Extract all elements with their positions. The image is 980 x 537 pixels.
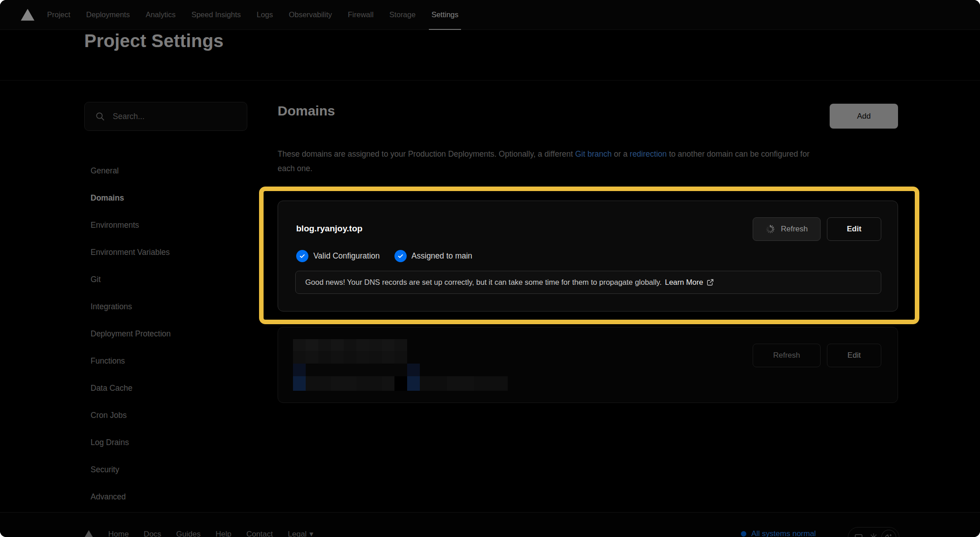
search-placeholder: Search... bbox=[113, 112, 144, 121]
domain-name: blog.ryanjoy.top bbox=[296, 224, 362, 234]
status-text: All systems normal bbox=[751, 529, 816, 537]
valid-configuration-status: Valid Configuration bbox=[296, 250, 380, 262]
status-label: Valid Configuration bbox=[313, 251, 380, 261]
search-icon bbox=[95, 111, 106, 122]
footer-link-contact[interactable]: Contact bbox=[246, 530, 273, 537]
edit-button[interactable]: Edit bbox=[827, 344, 881, 367]
refresh-button-label: Refresh bbox=[781, 225, 808, 234]
footer-links: Home Docs Guides Help Contact Legal▾ bbox=[84, 529, 313, 537]
footer-link-home[interactable]: Home bbox=[108, 530, 129, 537]
sidebar-item-functions[interactable]: Functions bbox=[91, 355, 171, 367]
domains-description: These domains are assigned to your Produ… bbox=[278, 147, 810, 176]
sidebar-item-environments[interactable]: Environments bbox=[91, 219, 171, 231]
check-icon bbox=[394, 250, 407, 262]
theme-dark-button[interactable] bbox=[881, 530, 896, 537]
redirection-link[interactable]: redirection bbox=[630, 149, 667, 158]
legal-label: Legal bbox=[288, 530, 307, 537]
search-input[interactable]: Search... bbox=[84, 102, 247, 131]
sidebar-item-git[interactable]: Git bbox=[91, 273, 171, 286]
sidebar-item-environment-variables[interactable]: Environment Variables bbox=[91, 246, 171, 259]
settings-sidebar: General Domains Environments Environment… bbox=[91, 164, 171, 518]
check-icon bbox=[296, 250, 308, 262]
footer-link-legal[interactable]: Legal▾ bbox=[288, 529, 313, 537]
sidebar-item-security[interactable]: Security bbox=[91, 463, 171, 476]
learn-more-label: Learn More bbox=[665, 278, 703, 287]
page-footer: Home Docs Guides Help Contact Legal▾ All… bbox=[0, 512, 980, 537]
sidebar-item-deployment-protection[interactable]: Deployment Protection bbox=[91, 327, 171, 340]
theme-system-button[interactable] bbox=[851, 530, 866, 537]
refresh-button[interactable]: Refresh bbox=[753, 344, 821, 367]
description-text: These domains are assigned to your Produ… bbox=[278, 149, 575, 158]
edit-button[interactable]: Edit bbox=[827, 217, 881, 241]
section-title-domains: Domains bbox=[278, 103, 335, 119]
sidebar-item-cron-jobs[interactable]: Cron Jobs bbox=[91, 409, 171, 422]
redacted-domain-card: Refresh Edit bbox=[278, 327, 898, 403]
top-navigation: Project Deployments Analytics Speed Insi… bbox=[0, 0, 980, 30]
status-dot-icon bbox=[741, 531, 746, 537]
sun-icon bbox=[869, 533, 878, 537]
moon-icon bbox=[884, 533, 893, 537]
domain-card-actions: Refresh Edit bbox=[753, 217, 881, 241]
redacted-card-actions: Refresh Edit bbox=[753, 344, 881, 367]
chevron-down-icon: ▾ bbox=[309, 529, 313, 537]
sidebar-item-general[interactable]: General bbox=[91, 164, 171, 177]
sidebar-item-log-drains[interactable]: Log Drains bbox=[91, 436, 171, 449]
description-text: or a bbox=[612, 149, 630, 158]
sidebar-item-integrations[interactable]: Integrations bbox=[91, 300, 171, 313]
tab-analytics[interactable]: Analytics bbox=[146, 0, 176, 30]
redacted-domain-content bbox=[293, 339, 508, 391]
external-link-icon bbox=[706, 278, 714, 286]
sidebar-item-advanced[interactable]: Advanced bbox=[91, 490, 171, 503]
assigned-to-main-status: Assigned to main bbox=[394, 250, 472, 262]
domain-card: blog.ryanjoy.top bbox=[278, 201, 898, 312]
vercel-logo-icon[interactable] bbox=[84, 530, 93, 537]
tab-project[interactable]: Project bbox=[47, 0, 70, 30]
tab-logs[interactable]: Logs bbox=[257, 0, 273, 30]
page-header: Project Settings bbox=[0, 30, 980, 81]
tab-speed-insights[interactable]: Speed Insights bbox=[192, 0, 241, 30]
refresh-button[interactable]: Refresh bbox=[753, 217, 821, 241]
spinner-icon bbox=[765, 224, 775, 234]
git-branch-link[interactable]: Git branch bbox=[575, 149, 612, 158]
status-label: Assigned to main bbox=[412, 251, 472, 261]
app-window: Project Deployments Analytics Speed Insi… bbox=[0, 0, 980, 537]
tab-storage[interactable]: Storage bbox=[389, 0, 416, 30]
system-status[interactable]: All systems normal bbox=[741, 529, 816, 537]
page-title: Project Settings bbox=[84, 31, 224, 51]
footer-link-guides[interactable]: Guides bbox=[176, 530, 201, 537]
sidebar-item-data-cache[interactable]: Data Cache bbox=[91, 382, 171, 394]
vercel-logo-icon[interactable] bbox=[21, 9, 34, 21]
domain-status-row: Valid Configuration Assigned to main bbox=[296, 250, 472, 262]
tab-observability[interactable]: Observability bbox=[289, 0, 332, 30]
tab-deployments[interactable]: Deployments bbox=[86, 0, 130, 30]
footer-link-help[interactable]: Help bbox=[216, 530, 231, 537]
tab-settings[interactable]: Settings bbox=[432, 0, 459, 30]
learn-more-link[interactable]: Learn More bbox=[665, 278, 714, 287]
monitor-icon bbox=[854, 533, 863, 537]
theme-switcher bbox=[848, 527, 899, 537]
add-domain-button[interactable]: Add bbox=[830, 104, 898, 129]
nav-tabs: Project Deployments Analytics Speed Insi… bbox=[47, 0, 458, 30]
dns-note-box: Good news! Your DNS records are set up c… bbox=[295, 271, 881, 294]
theme-light-button[interactable] bbox=[866, 530, 881, 537]
footer-link-docs[interactable]: Docs bbox=[144, 530, 161, 537]
sidebar-item-domains[interactable]: Domains bbox=[91, 192, 171, 204]
tab-firewall[interactable]: Firewall bbox=[348, 0, 374, 30]
dns-note-text: Good news! Your DNS records are set up c… bbox=[305, 278, 662, 287]
